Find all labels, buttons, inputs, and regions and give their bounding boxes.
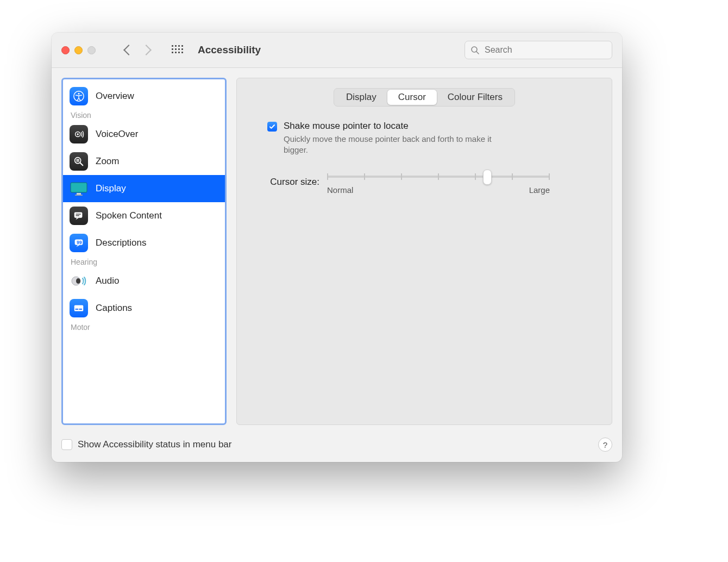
tab-colour-filters[interactable]: Colour Filters — [437, 90, 513, 105]
sidebar-item-label: Captions — [96, 303, 132, 314]
captions-icon — [70, 299, 88, 317]
zoom-window-button[interactable] — [87, 46, 96, 54]
accessibility-icon — [70, 87, 88, 105]
audio-icon — [70, 272, 88, 290]
sidebar-item-label: Spoken Content — [96, 210, 162, 221]
display-settings-panel: Display Cursor Colour Filters Shake mous… — [236, 78, 612, 425]
minimize-window-button[interactable] — [74, 46, 83, 54]
svg-point-5 — [77, 133, 79, 135]
show-all-prefs-button[interactable] — [172, 45, 181, 55]
slider-ticks — [327, 173, 550, 180]
shake-to-locate-checkbox[interactable] — [267, 122, 277, 132]
sidebar-item-label: VoiceOver — [96, 129, 138, 140]
svg-rect-22 — [76, 309, 79, 310]
sidebar-item-label: Audio — [96, 276, 119, 286]
sidebar-section-motor: Motor — [63, 322, 225, 333]
shake-to-locate-description: Quickly move the mouse pointer back and … — [284, 134, 517, 156]
back-button[interactable] — [123, 45, 134, 55]
cursor-size-max-label: Large — [529, 185, 550, 195]
display-icon — [70, 179, 88, 198]
cursor-size-min-label: Normal — [327, 185, 353, 195]
svg-rect-12 — [77, 193, 81, 195]
svg-rect-15 — [76, 214, 81, 214]
sidebar-item-label: Overview — [96, 91, 134, 102]
sidebar-item-overview[interactable]: Overview — [63, 83, 225, 110]
sidebar-item-label: Descriptions — [96, 238, 147, 248]
window-controls — [61, 46, 96, 54]
accessibility-sidebar[interactable]: Overview Vision VoiceOver Zoom — [61, 78, 227, 425]
show-status-menubar-label: Show Accessibility status in menu bar — [78, 439, 231, 450]
search-icon — [470, 46, 479, 54]
sidebar-item-display[interactable]: Display — [63, 175, 225, 202]
close-window-button[interactable] — [61, 46, 70, 54]
sidebar-item-captions[interactable]: Captions — [63, 295, 225, 322]
svg-line-1 — [476, 52, 479, 54]
sidebar-item-label: Display — [96, 183, 126, 194]
sidebar-item-spoken-content[interactable]: Spoken Content — [63, 202, 225, 229]
slider-thumb[interactable] — [483, 170, 492, 185]
svg-line-7 — [80, 163, 83, 166]
voiceover-icon — [70, 125, 88, 143]
window-footer: Show Accessibility status in menu bar ? — [52, 430, 622, 462]
display-tabs[interactable]: Display Cursor Colour Filters — [334, 88, 515, 107]
sidebar-section-vision: Vision — [63, 110, 225, 121]
forward-button — [141, 45, 152, 55]
svg-rect-14 — [74, 213, 83, 218]
search-input[interactable] — [484, 45, 606, 55]
zoom-icon — [70, 152, 88, 171]
svg-rect-21 — [74, 305, 84, 311]
descriptions-icon: 99 — [70, 234, 88, 252]
svg-point-20 — [76, 278, 80, 284]
window-title: Accessibility — [198, 44, 261, 56]
titlebar: Accessibility — [52, 33, 622, 68]
svg-rect-23 — [79, 309, 82, 310]
cursor-size-slider[interactable] — [327, 170, 550, 183]
cursor-size-label: Cursor size: — [267, 177, 319, 188]
help-button[interactable]: ? — [598, 438, 612, 452]
check-icon — [269, 123, 275, 130]
sidebar-item-label: Zoom — [96, 156, 119, 167]
nav-arrows — [125, 46, 150, 54]
svg-rect-13 — [75, 195, 83, 196]
svg-text:99: 99 — [77, 240, 82, 245]
show-status-menubar-checkbox[interactable] — [61, 439, 72, 450]
tab-display[interactable]: Display — [335, 90, 387, 105]
search-field[interactable] — [465, 41, 612, 59]
sidebar-item-zoom[interactable]: Zoom — [63, 148, 225, 175]
sidebar-item-descriptions[interactable]: 99 Descriptions — [63, 229, 225, 257]
sidebar-item-voiceover[interactable]: VoiceOver — [63, 121, 225, 148]
preferences-window: Accessibility Overview Vision — [52, 33, 622, 462]
sidebar-section-hearing: Hearing — [63, 257, 225, 267]
sidebar-item-audio[interactable]: Audio — [63, 267, 225, 295]
tab-cursor[interactable]: Cursor — [387, 90, 437, 105]
svg-point-3 — [78, 93, 80, 95]
shake-to-locate-label: Shake mouse pointer to locate — [284, 121, 517, 132]
svg-rect-16 — [76, 215, 79, 216]
svg-rect-11 — [71, 183, 87, 192]
spoken-content-icon — [70, 207, 88, 225]
